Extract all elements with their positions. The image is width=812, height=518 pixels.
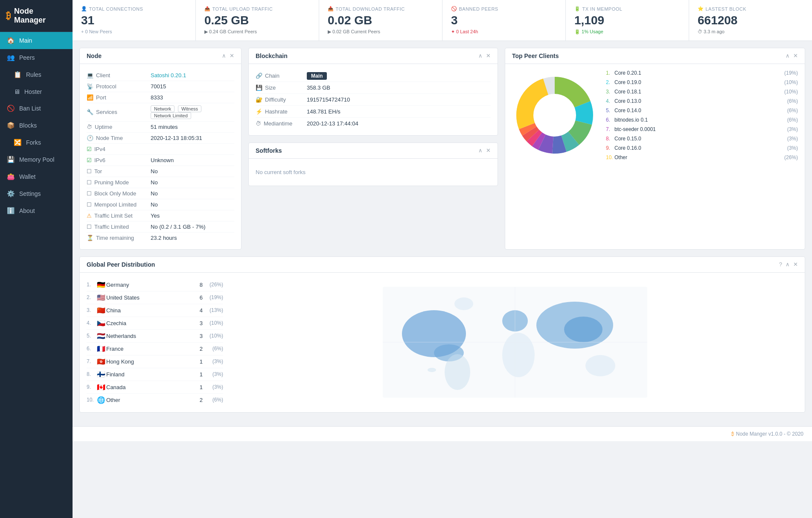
country-row-10: 10. 🌐 Other 2 (6%) (87, 394, 223, 406)
sidebar-label-wallet: Wallet (19, 173, 35, 180)
node-row-nodetime: 🕐 Node Time 2020-12-13 18:05:31 (87, 133, 234, 144)
node-row-pruning: ☐ Pruning Mode No (87, 177, 234, 188)
sidebar-item-main[interactable]: 🏠 Main (0, 32, 73, 49)
chain-icon: 🔗 (256, 73, 262, 79)
time-remaining-icon: ⏳ (87, 235, 93, 241)
country-row-2: 2. 🇺🇸 United States 6 (19%) (87, 291, 223, 304)
node-close-icon[interactable]: ✕ (230, 52, 234, 59)
node-value-services: Network Witness Network Limited (151, 105, 234, 119)
node-label-uptime: ⏱ Uptime (87, 124, 151, 130)
node-panel-body: 💻 Client Satoshi 0.20.1 📡 Protocol 70015… (80, 64, 241, 249)
hashrate-icon: ⚡ (256, 108, 262, 115)
softforks-panel-body: No current soft forks (249, 159, 498, 186)
sidebar-item-wallet[interactable]: 👛 Wallet (0, 168, 73, 185)
stat-value-connections: 31 (81, 13, 187, 28)
country-row-3: 3. 🇨🇳 China 4 (13%) (87, 304, 223, 317)
wallet-icon: 👛 (7, 173, 15, 180)
footer-btc-icon: ₿ (731, 431, 734, 437)
nodetime-icon: 🕐 (87, 135, 93, 141)
app-title: Node Manager (14, 7, 67, 25)
stat-sub-block: ⏱ 3.3 m ago (698, 29, 803, 34)
sidebar-item-about[interactable]: ℹ️ About (0, 202, 73, 219)
node-label-nodetime: 🕐 Node Time (87, 135, 151, 141)
node-label-services: 🔧 Services (87, 109, 151, 115)
global-panel-header: Global Peer Distribution ? ∧ ✕ (80, 257, 805, 273)
blockchain-collapse-icon[interactable]: ∧ (478, 52, 483, 59)
main-icon: 🏠 (7, 37, 15, 44)
node-label-port: 📶 Port (87, 94, 151, 101)
node-value-port: 8333 (151, 94, 234, 101)
bc-row-chain: 🔗 Chain Main (256, 70, 491, 82)
sidebar-label-forks: Forks (26, 139, 41, 146)
country-row-1: 1. 🇩🇪 Germany 8 (26%) (87, 279, 223, 291)
global-close-icon[interactable]: ✕ (793, 261, 798, 268)
forks-icon: 🔀 (14, 139, 22, 146)
stat-upload: 📤 Total Upload Traffic 0.25 GB ▶ 0.24 GB… (196, 0, 319, 41)
node-collapse-icon[interactable]: ∧ (222, 52, 226, 59)
softforks-panel-controls: ∧ ✕ (478, 147, 491, 154)
node-row-tor: ☐ Tor No (87, 166, 234, 177)
world-map-area (232, 279, 798, 406)
sidebar-item-forks[interactable]: 🔀 Forks (0, 134, 73, 151)
svg-point-12 (542, 102, 568, 128)
global-help-icon[interactable]: ? (779, 261, 782, 268)
stat-latest-block: ⭐ Lastest Block 661208 ⏱ 3.3 m ago (689, 0, 812, 41)
node-label-pruning: ☐ Pruning Mode (87, 179, 151, 186)
global-collapse-icon[interactable]: ∧ (786, 261, 790, 268)
sidebar-item-hoster[interactable]: 🖥 Hoster (0, 83, 73, 100)
sidebar-item-settings[interactable]: ⚙️ Settings (0, 185, 73, 202)
sidebar-item-ban-list[interactable]: 🚫 Ban List (0, 100, 73, 117)
content-area: Node ∧ ✕ 💻 Client Satoshi 0.20.1 📡 Proto… (73, 41, 812, 426)
upload-icon: 📤 (204, 6, 211, 12)
bc-row-mediantime: ⏱ Mediantime 2020-12-13 17:44:04 (256, 118, 491, 129)
global-panel-controls: ? ∧ ✕ (779, 261, 798, 268)
bc-value-hashrate: 148.781 EH/s (307, 108, 341, 115)
node-row-traffic-limited: ☐ Traffic Limited No (0.2 / 3.1 GB - 7%) (87, 221, 234, 233)
node-label-tor: ☐ Tor (87, 168, 151, 175)
node-row-ipv4: ☑ IPv4 (87, 144, 234, 155)
node-row-uptime: ⏱ Uptime 51 minutes (87, 122, 234, 133)
about-icon: ℹ️ (7, 207, 15, 215)
stat-value-block: 661208 (698, 13, 803, 28)
blockchain-close-icon[interactable]: ✕ (486, 52, 491, 59)
donut-area: 1. Core 0.20.1 (19%) 2. Core 0.19.0 (10%… (505, 64, 805, 166)
sidebar-item-peers[interactable]: 👥 Peers (0, 49, 73, 66)
sidebar-item-rules[interactable]: 📋 Rules (0, 66, 73, 83)
sidebar-item-memory-pool[interactable]: 💾 Memory Pool (0, 151, 73, 168)
node-value-traffic-limited: No (0.2 / 3.1 GB - 7%) (151, 224, 234, 230)
world-map (383, 287, 647, 398)
peer-row-1: 1. Core 0.20.1 (19%) (606, 68, 798, 78)
country-row-5: 5. 🇳🇱 Netherlands 3 (10%) (87, 330, 223, 343)
sidebar-item-blocks[interactable]: 📦 Blocks (0, 117, 73, 134)
peer-row-10: 10. Other (26%) (606, 153, 798, 162)
svg-point-16 (428, 368, 436, 372)
sidebar-label-rules: Rules (26, 71, 41, 78)
peer-row-8: 8. Core 0.15.0 (3%) (606, 134, 798, 143)
bc-value-size: 358.3 GB (307, 84, 330, 91)
memory-pool-icon: 💾 (7, 156, 15, 163)
peer-row-4: 4. Core 0.13.0 (6%) (606, 96, 798, 106)
peer-clients-close-icon[interactable]: ✕ (793, 52, 798, 59)
svg-point-22 (585, 355, 615, 376)
ipv4-icon: ☑ (87, 146, 92, 152)
stat-total-connections: 👤 Total Connections 31 + 0 New Peers (73, 0, 196, 41)
node-label-mempool-limited: ☐ Mempool Limited (87, 201, 151, 208)
softforks-collapse-icon[interactable]: ∧ (478, 147, 483, 154)
stat-sub-banned: ✦ 0 Last 24h (451, 29, 557, 35)
country-row-7: 7. 🇭🇰 Hong Kong 1 (3%) (87, 355, 223, 368)
peer-clients-collapse-icon[interactable]: ∧ (786, 52, 790, 59)
softforks-close-icon[interactable]: ✕ (486, 147, 491, 154)
tag-network-limited: Network Limited (151, 112, 191, 119)
bitcoin-icon: ₿ (6, 10, 11, 21)
sidebar-label-about: About (19, 207, 35, 214)
node-row-protocol: 📡 Protocol 70015 (87, 81, 234, 92)
global-peer-distribution-panel: Global Peer Distribution ? ∧ ✕ 1. 🇩🇪 Ger… (79, 256, 805, 413)
bc-value-difficulty: 19157154724710 (307, 96, 350, 103)
node-label-client: 💻 Client (87, 72, 151, 79)
tag-witness: Witness (178, 105, 201, 112)
node-value-client: Satoshi 0.20.1 (151, 72, 234, 79)
blockchain-panel-header: Blockchain ∧ ✕ (249, 48, 498, 64)
peers-icon: 👥 (7, 54, 15, 61)
tor-icon: ☐ (87, 168, 92, 175)
node-value-nodetime: 2020-12-13 18:05:31 (151, 135, 234, 141)
